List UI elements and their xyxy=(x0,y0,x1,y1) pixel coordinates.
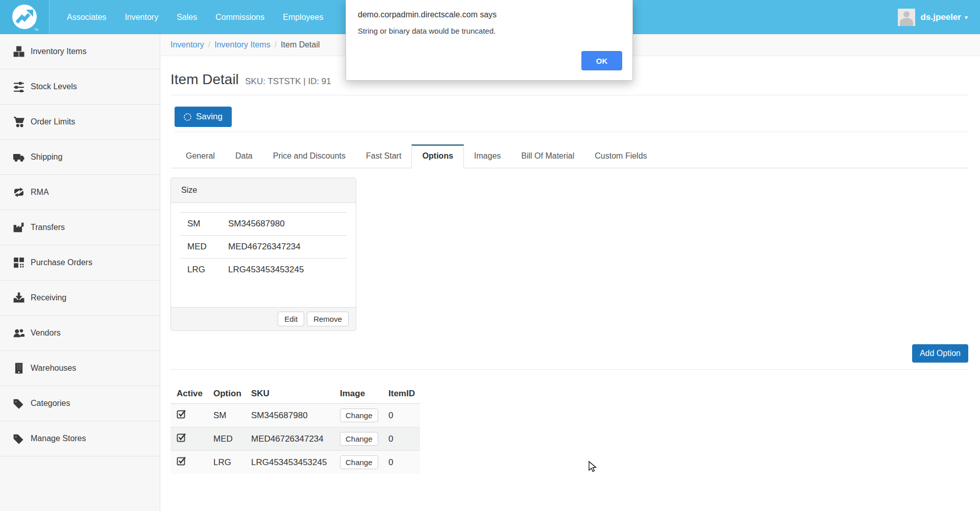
tab-images[interactable]: Images xyxy=(464,144,511,168)
username: ds.jpeeler xyxy=(921,12,961,22)
sidebar-item-categories[interactable]: Categories xyxy=(0,386,160,421)
breadcrumb-separator: / xyxy=(204,40,214,49)
sidebar-item-label: Manage Stores xyxy=(31,434,86,443)
nav-item-inventory[interactable]: Inventory xyxy=(115,0,167,34)
sidebar-item-label: Warehouses xyxy=(31,364,76,373)
saving-label: Saving xyxy=(196,112,223,122)
sidebar-item-label: Inventory Items xyxy=(31,47,86,56)
change-image-button[interactable]: Change xyxy=(340,432,378,446)
sidebar-item-order-limits[interactable]: Order Limits xyxy=(0,105,160,140)
tab-price-and-discounts[interactable]: Price and Discounts xyxy=(263,144,356,168)
size-row-lrg: LRG LRG453453453245 xyxy=(180,258,347,281)
sliders-icon xyxy=(12,81,26,92)
option-cell: SM xyxy=(207,404,245,427)
sidebar-item-transfers[interactable]: Transfers xyxy=(0,210,160,245)
saving-button[interactable]: Saving xyxy=(175,107,232,127)
sidebar-item-shipping[interactable]: Shipping xyxy=(0,140,160,175)
sidebar-item-receiving[interactable]: Receiving xyxy=(0,280,160,316)
sidebar-item-rma[interactable]: RMA xyxy=(0,175,160,210)
table-row-lrg: LRG LRG453453453245 Change 0 xyxy=(170,451,420,474)
cart-icon xyxy=(12,116,26,127)
page-subtitle: SKU: TSTSTK | ID: 91 xyxy=(245,76,331,86)
option-sku: MED46726347234 xyxy=(228,242,301,252)
table-row-sm: SM SM345687980 Change 0 xyxy=(170,404,420,427)
option-name: LRG xyxy=(187,265,228,275)
options-table: Active Option SKU Image ItemID SM SM3456… xyxy=(170,384,420,474)
size-row-sm: SM SM345687980 xyxy=(180,212,347,235)
nav-item-employees[interactable]: Employees xyxy=(274,0,332,34)
people-group-icon xyxy=(12,327,26,339)
sidebar-item-label: Transfers xyxy=(31,223,65,232)
directscale-logo-icon: TM xyxy=(11,4,38,31)
breadcrumb-separator: / xyxy=(271,40,281,49)
sidebar-item-vendors[interactable]: Vendors xyxy=(0,316,160,351)
nav-item-associates[interactable]: Associates xyxy=(58,0,115,34)
dialog-message: String or binary data would be truncated… xyxy=(358,27,622,35)
remove-button[interactable]: Remove xyxy=(307,312,349,326)
size-panel-title: Size xyxy=(171,178,356,203)
option-sku: SM345687980 xyxy=(228,219,285,229)
dialog-title: demo.corpadmin.directscale.com says xyxy=(358,10,622,19)
active-checkbox[interactable] xyxy=(177,409,187,419)
tag-icon xyxy=(12,433,26,444)
active-checkbox[interactable] xyxy=(177,432,187,443)
sidebar-item-label: Categories xyxy=(31,399,70,408)
tab-options[interactable]: Options xyxy=(411,144,463,168)
sidebar-item-warehouses[interactable]: Warehouses xyxy=(0,351,160,386)
add-option-row: Add Option xyxy=(170,331,968,370)
factory-icon xyxy=(12,222,26,233)
exchange-arrows-icon xyxy=(12,187,26,198)
sidebar-item-label: Order Limits xyxy=(31,117,75,126)
nav-item-sales[interactable]: Sales xyxy=(167,0,206,34)
sidebar-item-label: RMA xyxy=(31,188,49,197)
sidebar: Inventory Items Stock Levels Order Limit… xyxy=(0,34,160,511)
option-cell: LRG xyxy=(207,451,245,474)
svg-text:TM: TM xyxy=(34,28,38,31)
dialog-ok-button[interactable]: OK xyxy=(581,51,622,70)
itemid-cell: 0 xyxy=(382,404,420,427)
tab-general[interactable]: General xyxy=(176,144,225,168)
toolbar: Saving xyxy=(175,95,968,132)
sidebar-item-purchase-orders[interactable]: Purchase Orders xyxy=(0,245,160,280)
column-header-sku: SKU xyxy=(245,384,334,404)
sidebar-item-inventory-items[interactable]: Inventory Items xyxy=(0,34,160,69)
change-image-button[interactable]: Change xyxy=(340,455,378,469)
edit-button[interactable]: Edit xyxy=(278,312,304,326)
add-option-button[interactable]: Add Option xyxy=(912,344,968,363)
sidebar-item-label: Purchase Orders xyxy=(31,258,92,267)
column-header-active: Active xyxy=(170,384,207,404)
cubes-icon xyxy=(12,46,26,57)
nav-item-commissions[interactable]: Commissions xyxy=(206,0,274,34)
table-row-med: MED MED46726347234 Change 0 xyxy=(170,427,420,451)
sidebar-item-label: Vendors xyxy=(31,328,61,338)
column-header-option: Option xyxy=(207,384,245,404)
option-sku: LRG453453453245 xyxy=(228,265,304,275)
tab-bar: General Data Price and Discounts Fast St… xyxy=(170,144,968,168)
option-name: MED xyxy=(187,242,228,252)
tab-bill-of-material[interactable]: Bill Of Material xyxy=(511,144,584,168)
sidebar-item-label: Receiving xyxy=(31,293,66,302)
size-panel-body: SM SM345687980 MED MED46726347234 LRG LR… xyxy=(171,203,356,307)
download-tray-icon xyxy=(12,292,26,303)
breadcrumb-item-detail: Item Detail xyxy=(281,40,320,49)
breadcrumb-inventory-items[interactable]: Inventory Items xyxy=(214,40,270,49)
qr-grid-icon xyxy=(12,257,26,268)
sidebar-item-label: Shipping xyxy=(31,152,62,162)
active-checkbox[interactable] xyxy=(177,456,187,466)
tab-data[interactable]: Data xyxy=(225,144,263,168)
change-image-button[interactable]: Change xyxy=(340,408,378,422)
sidebar-item-manage-stores[interactable]: Manage Stores xyxy=(0,421,160,456)
breadcrumb-inventory[interactable]: Inventory xyxy=(170,40,204,49)
main-content: Inventory / Inventory Items / Item Detai… xyxy=(161,34,980,511)
sidebar-item-stock-levels[interactable]: Stock Levels xyxy=(0,69,160,105)
avatar xyxy=(898,9,915,26)
brand-logo[interactable]: TM xyxy=(0,0,50,34)
user-menu[interactable]: ds.jpeeler ▾ xyxy=(898,0,968,34)
tab-fast-start[interactable]: Fast Start xyxy=(356,144,411,168)
sku-cell: MED46726347234 xyxy=(245,427,334,451)
page-title: Item Detail xyxy=(170,71,239,87)
chevron-down-icon: ▾ xyxy=(965,14,968,21)
building-icon xyxy=(12,363,26,374)
option-cell: MED xyxy=(207,427,245,451)
tab-custom-fields[interactable]: Custom Fields xyxy=(584,144,657,168)
